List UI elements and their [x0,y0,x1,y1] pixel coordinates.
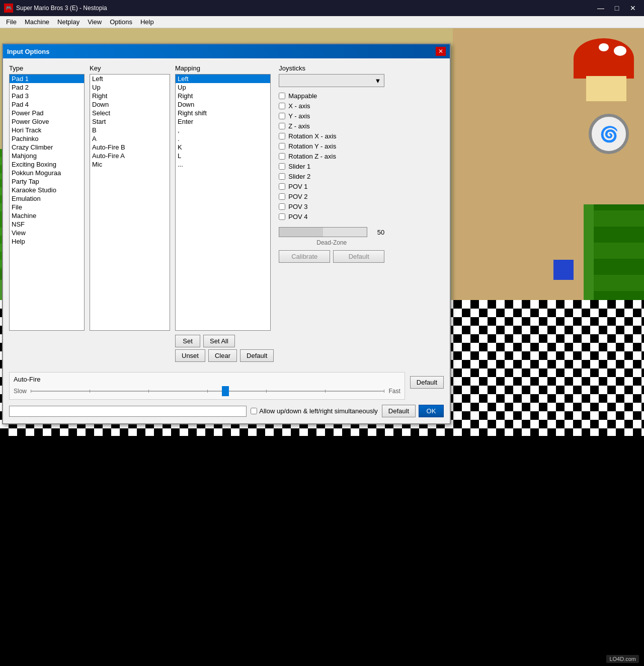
menu-netplay[interactable]: Netplay [53,16,84,28]
mapping-default-button[interactable]: Default [240,349,274,362]
mapping-list-item[interactable]: Left [176,75,270,83]
type-list-item[interactable]: Mahjong [10,152,84,160]
mapping-list-item[interactable]: , [176,126,270,134]
joystick-checkbox[interactable] [279,183,285,190]
joystick-checkbox[interactable] [279,123,285,129]
type-list-item[interactable]: Power Pad [10,109,84,117]
menu-help[interactable]: Help [136,16,158,28]
clear-button[interactable]: Clear [208,349,237,362]
mapping-list-item[interactable]: Enter [176,117,270,126]
joystick-checkbox[interactable] [279,143,285,150]
key-list-item[interactable]: Start [90,117,170,126]
key-list-item[interactable]: Down [90,100,170,109]
minimize-button[interactable]: — [594,3,608,13]
joystick-checkbox[interactable] [279,153,285,160]
key-list-item[interactable]: Select [90,109,170,117]
key-list-item[interactable]: B [90,126,170,134]
joystick-checkbox[interactable] [279,173,285,180]
window-close-button[interactable]: ✕ [626,3,640,13]
type-list-item[interactable]: Machine [10,211,84,220]
unset-button[interactable]: Unset [175,349,205,362]
joystick-checkbox[interactable] [279,133,285,139]
joystick-checkbox[interactable] [279,213,285,220]
type-list-item[interactable]: Pachinko [10,134,84,143]
dead-zone-track[interactable] [279,227,367,237]
mushroom-spot1 [614,46,626,56]
calibrate-button[interactable]: Calibrate [279,250,330,263]
window-controls: — □ ✕ [594,3,640,13]
type-list-item[interactable]: Pokkun Moguraa [10,169,84,177]
auto-fire-slider[interactable] [31,386,384,396]
joystick-checkbox-item: Slider 1 [279,163,384,170]
joystick-checkbox[interactable] [279,113,285,119]
joystick-checkbox[interactable] [279,193,285,200]
mapping-list-item[interactable]: . [176,134,270,143]
type-list-item[interactable]: Power Glove [10,117,84,126]
menu-view[interactable]: View [84,16,106,28]
key-listbox[interactable]: LeftUpRightDownSelectStartBAAuto-Fire BA… [90,74,170,331]
menu-options[interactable]: Options [106,16,136,28]
type-list-item[interactable]: Help [10,237,84,246]
type-list-item[interactable]: NSF [10,220,84,229]
allow-checkbox[interactable] [251,408,257,414]
key-list-item[interactable]: Mic [90,160,170,169]
type-list-item[interactable]: Pad 4 [10,100,84,109]
type-list-item[interactable]: View [10,229,84,237]
menu-file[interactable]: File [2,16,21,28]
joystick-checkbox[interactable] [279,163,285,170]
joystick-checkbox-item: X - axis [279,102,384,110]
fast-label: Fast [388,388,400,395]
mapping-list-item[interactable]: Right shift [176,109,270,117]
dead-zone-row: 50 [279,227,384,237]
type-list-item[interactable]: Karaoke Studio [10,186,84,194]
ok-button[interactable]: OK [419,405,444,417]
key-list-item[interactable]: Auto-Fire A [90,152,170,160]
auto-fire-default-button[interactable]: Default [410,376,444,389]
type-listbox[interactable]: Pad 1Pad 2Pad 3Pad 4Power PadPower Glove… [9,74,85,331]
type-list-item[interactable]: Party Tap [10,177,84,186]
type-list-item[interactable]: Pad 1 [10,75,84,83]
key-list-item[interactable]: Left [90,75,170,83]
joystick-default-button[interactable]: Default [333,250,384,263]
mapping-list-item[interactable]: Up [176,83,270,92]
maximize-button[interactable]: □ [610,3,624,13]
joystick-checkbox-item: Mappable [279,92,384,100]
key-list-item[interactable]: A [90,134,170,143]
type-list-item[interactable]: Hori Track [10,126,84,134]
bottom-default-button[interactable]: Default [382,405,416,417]
mapping-list-item[interactable]: K [176,143,270,152]
key-list-item[interactable]: Up [90,83,170,92]
title-bar: 🎮 Super Mario Bros 3 (E) - Nestopia — □ … [0,0,644,16]
set-button[interactable]: Set [175,335,200,347]
bottom-section: Auto-Fire Slow [9,366,444,400]
type-list-item[interactable]: Pad 2 [10,83,84,92]
set-all-button[interactable]: Set All [203,335,235,347]
joystick-checkbox[interactable] [279,103,285,109]
dialog-title: Input Options [7,48,49,55]
joystick-checkbox[interactable] [279,203,285,210]
mapping-list-item[interactable]: ... [176,160,270,169]
allow-checkbox-label: Allow up/down & left/right simultaneousl… [259,407,378,415]
type-list-item[interactable]: File [10,203,84,211]
joystick-dropdown[interactable]: ▼ [279,74,384,87]
final-buttons: Default OK [382,405,444,417]
type-label: Type [9,64,85,72]
key-list-item[interactable]: Auto-Fire B [90,143,170,152]
type-list-item[interactable]: Exciting Boxing [10,160,84,169]
joystick-checkboxes: MappableX - axisY - axisZ - axisRotation… [279,92,384,223]
dialog-close-button[interactable]: ✕ [436,47,446,56]
mapping-list-item[interactable]: Down [176,100,270,109]
type-list-item[interactable]: Emulation [10,194,84,203]
mapping-list-item[interactable]: Right [176,92,270,100]
key-list-item[interactable]: Right [90,92,170,100]
slow-label: Slow [14,388,27,395]
type-list-item[interactable]: Pad 3 [10,92,84,100]
mapping-listbox[interactable]: LeftUpRightDownRight shiftEnter,.KL... [175,74,271,331]
joystick-checkbox[interactable] [279,93,285,99]
type-list-item[interactable]: Crazy Climber [10,143,84,152]
joysticks-column: Joysticks ▼ MappableX - axisY - axisZ - … [279,64,384,362]
menu-machine[interactable]: Machine [21,16,53,28]
mapping-list-item[interactable]: L [176,152,270,160]
bottom-row: Allow up/down & left/right simultaneousl… [9,405,444,417]
dropdown-arrow-icon: ▼ [374,77,381,85]
